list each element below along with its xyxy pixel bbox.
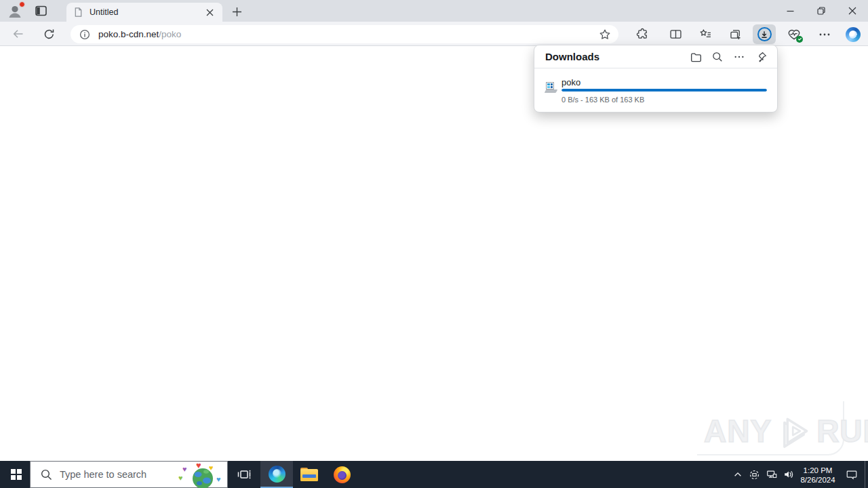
close-window-button[interactable] xyxy=(837,0,868,22)
tray-network-button[interactable] xyxy=(763,461,780,488)
restore-icon xyxy=(817,7,825,15)
search-input[interactable] xyxy=(60,469,178,480)
copilot-button[interactable] xyxy=(842,24,865,44)
heart-icon: ♥ xyxy=(182,466,187,473)
close-icon xyxy=(206,9,214,16)
search-icon xyxy=(40,468,53,481)
back-button[interactable] xyxy=(9,24,28,43)
minimize-button[interactable] xyxy=(774,0,806,22)
tray-sync-button[interactable] xyxy=(746,461,763,488)
essentials-check-badge xyxy=(796,36,803,43)
heart-icon: ♥ xyxy=(178,474,183,482)
window-controls xyxy=(774,0,868,22)
volume-icon xyxy=(783,468,795,481)
split-screen-button[interactable] xyxy=(664,24,687,44)
windows-logo-icon xyxy=(11,469,22,480)
open-downloads-folder-button[interactable] xyxy=(686,47,705,66)
downloaded-file-icon xyxy=(545,82,557,94)
download-item-poko[interactable]: poko 0 B/s - 163 KB of 163 KB xyxy=(534,68,777,113)
firefox-icon xyxy=(334,466,351,483)
refresh-button[interactable] xyxy=(39,24,58,43)
download-progress-fill xyxy=(561,89,767,92)
downloads-flyout: Downloads xyxy=(534,45,778,113)
download-file-name[interactable]: poko xyxy=(561,77,580,87)
downloads-header: Downloads xyxy=(534,45,777,68)
taskbar-firefox-button[interactable] xyxy=(326,461,358,488)
add-favorite-star-icon[interactable] xyxy=(598,28,612,41)
split-screen-icon xyxy=(669,27,683,41)
settings-more-button[interactable] xyxy=(813,24,836,44)
tray-volume-button[interactable] xyxy=(780,461,797,488)
refresh-icon xyxy=(43,28,56,41)
collections-icon xyxy=(728,27,743,41)
clock-time: 1:20 PM xyxy=(797,466,839,475)
downloads-more-options-button[interactable] xyxy=(730,47,749,66)
pin-downloads-button[interactable] xyxy=(751,47,770,66)
restore-button[interactable] xyxy=(806,0,837,22)
downloads-button[interactable] xyxy=(753,24,776,44)
address-bar[interactable]: poko.b-cdn.net/poko xyxy=(71,25,618,43)
tray-chevron-button[interactable] xyxy=(729,461,746,488)
screen: Untitled xyxy=(0,0,868,488)
show-desktop-button[interactable] xyxy=(865,461,868,488)
plus-icon xyxy=(232,7,242,17)
close-icon xyxy=(848,7,856,15)
heart-icon: ♥ xyxy=(196,461,201,470)
folder-icon xyxy=(690,51,703,64)
action-center-icon xyxy=(846,468,858,481)
sync-circle-icon xyxy=(749,469,760,481)
heart-icon: ♥ xyxy=(216,476,221,483)
browser-toolbar: poko.b-cdn.net/poko xyxy=(0,22,868,46)
anyrun-watermark: ANY RUN xyxy=(704,410,868,452)
tab-actions-icon xyxy=(35,5,47,17)
tab-title: Untitled xyxy=(90,7,203,17)
download-progress-ring-icon xyxy=(757,27,772,41)
url-host: poko.b-cdn.net xyxy=(98,29,159,39)
download-status-text: 0 B/s - 163 KB of 163 KB xyxy=(561,96,644,104)
network-ethernet-icon xyxy=(766,468,778,481)
tab-untitled[interactable]: Untitled xyxy=(66,3,222,22)
tab-close-button[interactable] xyxy=(203,6,216,18)
new-tab-button[interactable] xyxy=(228,3,245,20)
tab-actions-menu-button[interactable] xyxy=(33,4,48,18)
download-arrow-icon xyxy=(760,30,768,39)
taskbar-file-explorer-button[interactable] xyxy=(293,461,326,488)
search-downloads-button[interactable] xyxy=(708,47,727,66)
search-highlight-illustration[interactable]: ♥ ♥ ♥ ♥ ♥ xyxy=(178,461,227,488)
taskbar-edge-button[interactable] xyxy=(260,461,293,488)
task-view-button[interactable] xyxy=(228,461,260,488)
watermark-text-right: RUN xyxy=(816,413,868,449)
download-progress-bar xyxy=(561,89,767,92)
minimize-icon xyxy=(787,7,794,15)
taskbar-search-box[interactable]: ♥ ♥ ♥ ♥ ♥ xyxy=(30,461,228,488)
start-button[interactable] xyxy=(0,461,33,488)
ellipsis-icon xyxy=(734,52,745,62)
extensions-button[interactable] xyxy=(631,24,654,44)
browser-essentials-button[interactable] xyxy=(783,24,806,44)
collections-button[interactable] xyxy=(724,24,747,44)
ellipsis-icon xyxy=(818,28,831,41)
watermark-text-left: ANY xyxy=(704,413,772,449)
url-text: poko.b-cdn.net/poko xyxy=(98,29,598,39)
clock-date: 8/26/2024 xyxy=(797,475,839,485)
edge-icon xyxy=(269,466,285,483)
downloads-title: Downloads xyxy=(545,51,599,62)
notification-dot xyxy=(19,1,25,7)
system-tray: 1:20 PM 8/26/2024 xyxy=(729,461,868,488)
windows-taskbar: ♥ ♥ ♥ ♥ ♥ xyxy=(0,461,868,488)
url-path: /poko xyxy=(159,29,181,39)
favorites-star-list-icon xyxy=(698,27,713,41)
favorites-button[interactable] xyxy=(694,24,717,44)
file-explorer-icon xyxy=(300,468,318,481)
anyrun-play-logo-icon xyxy=(773,410,815,452)
profile-button[interactable] xyxy=(5,2,24,21)
back-arrow-icon xyxy=(12,27,25,41)
browser-titlebar: Untitled xyxy=(0,0,868,22)
site-info-icon[interactable] xyxy=(79,29,90,40)
task-view-icon xyxy=(236,466,252,483)
taskbar-clock[interactable]: 1:20 PM 8/26/2024 xyxy=(797,465,839,485)
action-center-button[interactable] xyxy=(839,461,865,488)
heart-icon: ♥ xyxy=(209,464,214,472)
puzzle-icon xyxy=(635,27,650,41)
chevron-up-icon xyxy=(733,470,743,479)
